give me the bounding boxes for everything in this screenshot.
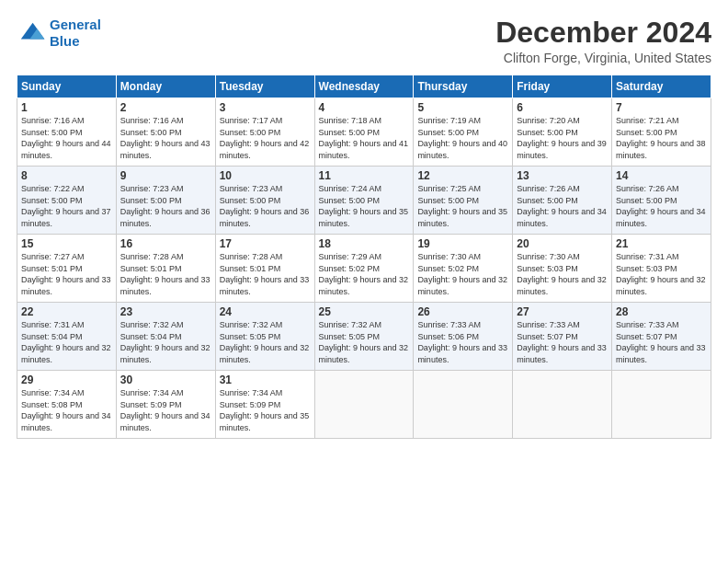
calendar-day-cell: 1 Sunrise: 7:16 AMSunset: 5:00 PMDayligh… (17, 98, 117, 167)
calendar-day-cell: 15 Sunrise: 7:27 AMSunset: 5:01 PMDaylig… (17, 235, 117, 303)
location: Clifton Forge, Virginia, United States (495, 51, 711, 65)
day-number: 8 (21, 169, 112, 182)
day-info: Sunrise: 7:26 AMSunset: 5:00 PMDaylight:… (517, 184, 607, 228)
calendar-day-cell: 23 Sunrise: 7:32 AMSunset: 5:04 PMDaylig… (116, 303, 215, 371)
calendar-header-row: SundayMondayTuesdayWednesdayThursdayFrid… (17, 75, 711, 98)
calendar-header-sunday: Sunday (17, 75, 117, 98)
day-info: Sunrise: 7:19 AMSunset: 5:00 PMDaylight:… (417, 116, 507, 160)
day-info: Sunrise: 7:31 AMSunset: 5:03 PMDaylight:… (616, 252, 706, 296)
day-info: Sunrise: 7:20 AMSunset: 5:00 PMDaylight:… (517, 116, 607, 160)
calendar-day-cell: 9 Sunrise: 7:23 AMSunset: 5:00 PMDayligh… (116, 167, 215, 235)
day-info: Sunrise: 7:32 AMSunset: 5:05 PMDaylight:… (319, 320, 409, 364)
day-number: 31 (220, 373, 311, 386)
day-number: 25 (319, 305, 410, 318)
day-info: Sunrise: 7:32 AMSunset: 5:05 PMDaylight:… (220, 320, 310, 364)
calendar-day-cell: 29 Sunrise: 7:34 AMSunset: 5:08 PMDaylig… (17, 371, 117, 439)
day-info: Sunrise: 7:34 AMSunset: 5:09 PMDaylight:… (120, 388, 210, 432)
day-number: 27 (517, 305, 608, 318)
calendar-header-tuesday: Tuesday (215, 75, 314, 98)
day-number: 19 (417, 237, 508, 250)
empty-cell (612, 371, 711, 439)
logo-text: General Blue (50, 17, 101, 50)
calendar-week-row: 22 Sunrise: 7:31 AMSunset: 5:04 PMDaylig… (17, 303, 711, 371)
calendar-header-monday: Monday (116, 75, 215, 98)
calendar-day-cell: 31 Sunrise: 7:34 AMSunset: 5:09 PMDaylig… (215, 371, 314, 439)
day-info: Sunrise: 7:33 AMSunset: 5:06 PMDaylight:… (417, 320, 507, 364)
day-number: 16 (120, 237, 211, 250)
calendar-day-cell: 24 Sunrise: 7:32 AMSunset: 5:05 PMDaylig… (215, 303, 314, 371)
empty-cell (314, 371, 414, 439)
header: General Blue December 2024 Clifton Forge… (17, 17, 711, 65)
calendar-day-cell: 26 Sunrise: 7:33 AMSunset: 5:06 PMDaylig… (414, 303, 513, 371)
calendar-week-row: 8 Sunrise: 7:22 AMSunset: 5:00 PMDayligh… (17, 167, 711, 235)
calendar-day-cell: 14 Sunrise: 7:26 AMSunset: 5:00 PMDaylig… (612, 167, 711, 235)
day-number: 1 (21, 101, 112, 114)
day-number: 11 (319, 169, 410, 182)
calendar-day-cell: 6 Sunrise: 7:20 AMSunset: 5:00 PMDayligh… (513, 98, 612, 167)
calendar-day-cell: 30 Sunrise: 7:34 AMSunset: 5:09 PMDaylig… (116, 371, 215, 439)
day-number: 5 (417, 101, 508, 114)
day-info: Sunrise: 7:27 AMSunset: 5:01 PMDaylight:… (21, 252, 111, 296)
logo-icon (17, 18, 46, 48)
day-number: 24 (220, 305, 311, 318)
calendar-week-row: 15 Sunrise: 7:27 AMSunset: 5:01 PMDaylig… (17, 235, 711, 303)
calendar-day-cell: 3 Sunrise: 7:17 AMSunset: 5:00 PMDayligh… (215, 98, 314, 167)
day-number: 17 (220, 237, 311, 250)
day-info: Sunrise: 7:31 AMSunset: 5:04 PMDaylight:… (21, 320, 111, 364)
calendar-header-thursday: Thursday (414, 75, 513, 98)
calendar-day-cell: 18 Sunrise: 7:29 AMSunset: 5:02 PMDaylig… (314, 235, 414, 303)
calendar-day-cell: 19 Sunrise: 7:30 AMSunset: 5:02 PMDaylig… (414, 235, 513, 303)
empty-cell (414, 371, 513, 439)
day-info: Sunrise: 7:23 AMSunset: 5:00 PMDaylight:… (120, 184, 210, 228)
day-number: 15 (21, 237, 112, 250)
day-info: Sunrise: 7:25 AMSunset: 5:00 PMDaylight:… (417, 184, 507, 228)
day-number: 10 (220, 169, 311, 182)
day-info: Sunrise: 7:30 AMSunset: 5:03 PMDaylight:… (517, 252, 607, 296)
day-number: 29 (21, 373, 112, 386)
day-info: Sunrise: 7:23 AMSunset: 5:00 PMDaylight:… (220, 184, 310, 228)
day-number: 6 (517, 101, 608, 114)
day-number: 2 (120, 101, 211, 114)
day-info: Sunrise: 7:28 AMSunset: 5:01 PMDaylight:… (120, 252, 210, 296)
calendar-day-cell: 28 Sunrise: 7:33 AMSunset: 5:07 PMDaylig… (612, 303, 711, 371)
calendar-day-cell: 10 Sunrise: 7:23 AMSunset: 5:00 PMDaylig… (215, 167, 314, 235)
day-number: 30 (120, 373, 211, 386)
calendar-day-cell: 27 Sunrise: 7:33 AMSunset: 5:07 PMDaylig… (513, 303, 612, 371)
calendar-header-friday: Friday (513, 75, 612, 98)
day-info: Sunrise: 7:34 AMSunset: 5:09 PMDaylight:… (220, 388, 310, 432)
calendar-day-cell: 5 Sunrise: 7:19 AMSunset: 5:00 PMDayligh… (414, 98, 513, 167)
day-info: Sunrise: 7:17 AMSunset: 5:00 PMDaylight:… (220, 116, 310, 160)
day-info: Sunrise: 7:18 AMSunset: 5:00 PMDaylight:… (319, 116, 409, 160)
day-number: 7 (616, 101, 707, 114)
day-info: Sunrise: 7:24 AMSunset: 5:00 PMDaylight:… (319, 184, 409, 228)
day-info: Sunrise: 7:33 AMSunset: 5:07 PMDaylight:… (517, 320, 607, 364)
calendar-week-row: 1 Sunrise: 7:16 AMSunset: 5:00 PMDayligh… (17, 98, 711, 167)
day-number: 13 (517, 169, 608, 182)
day-info: Sunrise: 7:21 AMSunset: 5:00 PMDaylight:… (616, 116, 706, 160)
calendar-day-cell: 11 Sunrise: 7:24 AMSunset: 5:00 PMDaylig… (314, 167, 414, 235)
day-info: Sunrise: 7:30 AMSunset: 5:02 PMDaylight:… (417, 252, 507, 296)
month-title: December 2024 (495, 17, 711, 49)
logo: General Blue (17, 17, 101, 50)
calendar-week-row: 29 Sunrise: 7:34 AMSunset: 5:08 PMDaylig… (17, 371, 711, 439)
day-info: Sunrise: 7:29 AMSunset: 5:02 PMDaylight:… (319, 252, 409, 296)
page-container: General Blue December 2024 Clifton Forge… (0, 0, 728, 448)
day-number: 3 (220, 101, 311, 114)
day-info: Sunrise: 7:33 AMSunset: 5:07 PMDaylight:… (616, 320, 706, 364)
calendar-header-wednesday: Wednesday (314, 75, 414, 98)
day-number: 23 (120, 305, 211, 318)
calendar-day-cell: 25 Sunrise: 7:32 AMSunset: 5:05 PMDaylig… (314, 303, 414, 371)
day-number: 20 (517, 237, 608, 250)
day-number: 28 (616, 305, 707, 318)
day-info: Sunrise: 7:34 AMSunset: 5:08 PMDaylight:… (21, 388, 111, 432)
day-info: Sunrise: 7:16 AMSunset: 5:00 PMDaylight:… (120, 116, 210, 160)
day-info: Sunrise: 7:32 AMSunset: 5:04 PMDaylight:… (120, 320, 210, 364)
day-info: Sunrise: 7:28 AMSunset: 5:01 PMDaylight:… (220, 252, 310, 296)
day-number: 21 (616, 237, 707, 250)
calendar-table: SundayMondayTuesdayWednesdayThursdayFrid… (17, 75, 711, 439)
calendar-day-cell: 16 Sunrise: 7:28 AMSunset: 5:01 PMDaylig… (116, 235, 215, 303)
calendar-day-cell: 21 Sunrise: 7:31 AMSunset: 5:03 PMDaylig… (612, 235, 711, 303)
calendar-day-cell: 13 Sunrise: 7:26 AMSunset: 5:00 PMDaylig… (513, 167, 612, 235)
calendar-day-cell: 4 Sunrise: 7:18 AMSunset: 5:00 PMDayligh… (314, 98, 414, 167)
day-number: 26 (417, 305, 508, 318)
